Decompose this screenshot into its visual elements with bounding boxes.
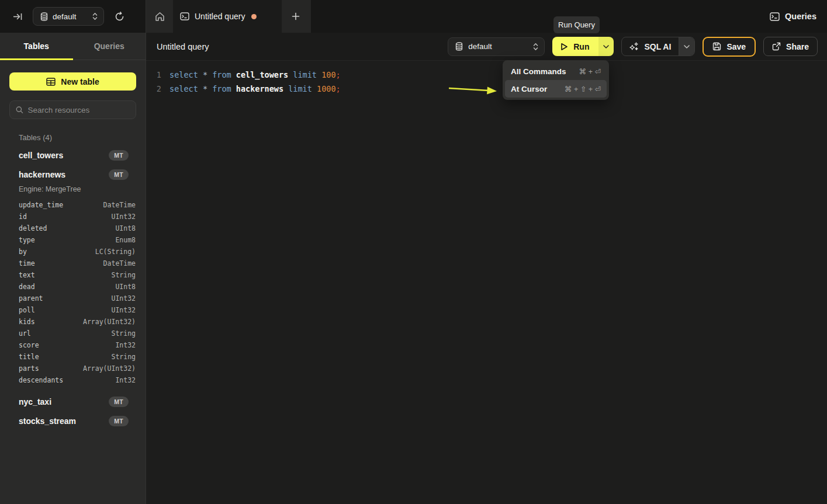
line-number: 1 (146, 70, 161, 79)
sidebar-collapse-button[interactable] (8, 7, 27, 26)
plus-icon (292, 12, 300, 20)
menu-item-label: All Commands (511, 67, 566, 76)
table-icon (46, 78, 56, 86)
table-item-nyc_taxi[interactable]: nyc_taxiMT (0, 392, 146, 411)
collapse-sidebar-icon (13, 12, 23, 21)
table-item-stocks_stream[interactable]: stocks_streamMT (0, 411, 146, 430)
queries-terminal-icon (770, 12, 780, 21)
top-bar: default Untitled query Querie (0, 0, 827, 33)
chevron-down-icon (603, 45, 609, 48)
column-name: deleted (19, 224, 47, 232)
column-type: String (111, 329, 136, 338)
column-item-deleted[interactable]: deletedUInt8 (0, 223, 146, 234)
home-button[interactable] (146, 0, 173, 33)
column-item-time[interactable]: timeDateTime (0, 258, 146, 269)
column-type: LC(String) (95, 248, 136, 256)
column-item-dead[interactable]: deadUInt8 (0, 281, 146, 293)
sidebar-tab-tables[interactable]: Tables (0, 33, 73, 60)
code-text: select * from cell_towers limit 100; (161, 70, 341, 79)
token-table: hackernews (236, 84, 288, 93)
column-name: update_time (19, 201, 63, 209)
column-name: time (19, 259, 35, 267)
table-item-cell_towers[interactable]: cell_towersMT (0, 145, 146, 165)
search-icon (16, 106, 23, 114)
token-semi: ; (336, 84, 341, 93)
column-name: title (19, 353, 39, 361)
refresh-icon (115, 12, 124, 22)
run-options-menu: All Commands⌘ + ⏎At Cursor⌘ + ⇧ + ⏎ (503, 60, 609, 100)
table-name: hackernews (19, 170, 65, 179)
column-name: parts (19, 364, 39, 373)
sql-ai-split-button: SQL AI (621, 37, 695, 56)
table-item-hackernews[interactable]: hackernewsMT (0, 165, 146, 184)
sidebar-tab-queries[interactable]: Queries (73, 33, 146, 60)
sql-ai-options-button[interactable] (679, 37, 694, 55)
token-table: cell_towers (236, 70, 293, 79)
table-name: nyc_taxi (19, 397, 51, 406)
token-op: * (203, 84, 212, 93)
tab-untitled-query[interactable]: Untitled query (173, 0, 282, 33)
column-item-parts[interactable]: partsArray(UInt32) (0, 363, 146, 374)
sql-ai-button[interactable]: SQL AI (622, 37, 679, 55)
column-item-score[interactable]: scoreInt32 (0, 339, 146, 351)
column-item-by[interactable]: byLC(String) (0, 246, 146, 258)
sidebar-tabs: Tables Queries (0, 33, 146, 60)
refresh-button[interactable] (110, 7, 129, 26)
column-type: Array(UInt32) (83, 364, 136, 373)
menu-item-at-cursor[interactable]: At Cursor⌘ + ⇧ + ⏎ (505, 80, 607, 98)
unsaved-changes-dot (251, 14, 257, 19)
tables-list: cell_towersMThackernewsMTEngine: MergeTr… (0, 145, 146, 430)
share-button-label: Share (786, 42, 809, 51)
run-query-tooltip: Run Query (553, 16, 600, 33)
column-type: UInt8 (115, 224, 136, 232)
new-tab-button[interactable] (282, 0, 310, 33)
column-item-parent[interactable]: parentUInt32 (0, 293, 146, 304)
toolbar-database-selector[interactable]: default (448, 37, 545, 56)
search-input[interactable] (28, 106, 130, 114)
chevron-up-down-icon (92, 12, 98, 20)
sparkles-icon (629, 42, 639, 51)
token-op: * (203, 70, 212, 79)
chevron-down-icon (684, 45, 690, 48)
run-button[interactable]: Run (552, 37, 598, 56)
column-item-text[interactable]: textString (0, 269, 146, 281)
column-type: Array(UInt32) (83, 318, 136, 326)
column-item-id[interactable]: idUInt32 (0, 211, 146, 223)
table-name: stocks_stream (19, 416, 76, 426)
column-name: poll (19, 306, 35, 314)
column-type: UInt8 (115, 283, 136, 291)
column-name: type (19, 236, 35, 244)
sql-ai-label: SQL AI (644, 42, 671, 51)
column-item-descendants[interactable]: descendantsInt32 (0, 374, 146, 386)
sql-editor[interactable]: 1select * from cell_towers limit 100;2se… (146, 61, 827, 504)
column-item-url[interactable]: urlString (0, 328, 146, 339)
column-item-update_time[interactable]: update_timeDateTime (0, 199, 146, 211)
home-icon (155, 12, 165, 22)
share-button[interactable]: Share (763, 37, 818, 56)
column-item-poll[interactable]: pollUInt32 (0, 304, 146, 316)
database-selector-value: default (53, 12, 88, 21)
tables-section-header: Tables (4) (19, 133, 146, 142)
line-number: 2 (146, 84, 161, 93)
save-button[interactable]: Save (703, 37, 756, 57)
database-icon (40, 12, 48, 21)
column-name: text (19, 271, 35, 279)
new-table-button[interactable]: New table (9, 72, 136, 91)
run-options-button[interactable] (598, 37, 614, 56)
menu-item-all-commands[interactable]: All Commands⌘ + ⏎ (505, 62, 607, 80)
tab-label: Untitled query (195, 12, 245, 21)
column-item-kids[interactable]: kidsArray(UInt32) (0, 316, 146, 328)
queries-button[interactable]: Queries (770, 12, 816, 21)
editor-toolbar: Untitled query default Run SQL AI (146, 33, 827, 61)
column-name: parent (19, 294, 43, 303)
column-item-title[interactable]: titleString (0, 351, 146, 363)
column-name: kids (19, 318, 35, 326)
share-icon (772, 42, 781, 51)
new-table-label: New table (61, 77, 99, 86)
topbar-database-selector[interactable]: default (33, 7, 104, 26)
column-type: UInt32 (111, 294, 136, 303)
column-item-type[interactable]: typeEnum8 (0, 234, 146, 246)
column-name: by (19, 248, 27, 256)
search-box[interactable] (9, 100, 136, 119)
code-text: select * from hackernews limit 1000; (161, 84, 341, 93)
